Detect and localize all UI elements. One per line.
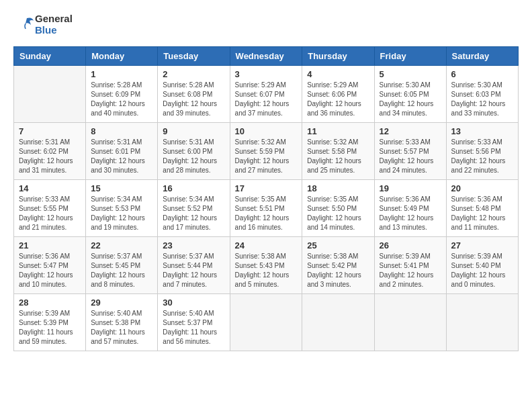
day-number: 15 [91,183,152,193]
day-info: Sunrise: 5:31 AM Sunset: 6:02 PM Dayligh… [19,138,81,175]
calendar-cell: 1Sunrise: 5:28 AM Sunset: 6:09 PM Daylig… [86,66,158,123]
day-number: 1 [91,69,152,79]
day-number: 19 [380,183,441,193]
day-info: Sunrise: 5:29 AM Sunset: 6:06 PM Dayligh… [307,81,369,118]
day-info: Sunrise: 5:38 AM Sunset: 5:43 PM Dayligh… [235,252,298,289]
calendar-cell: 24Sunrise: 5:38 AM Sunset: 5:43 PM Dayli… [230,237,302,294]
day-number: 13 [451,126,513,136]
calendar-cell: 2Sunrise: 5:28 AM Sunset: 6:08 PM Daylig… [158,66,230,123]
day-info: Sunrise: 5:30 AM Sunset: 6:05 PM Dayligh… [380,81,441,118]
calendar-cell: 17Sunrise: 5:35 AM Sunset: 5:51 PM Dayli… [230,180,302,237]
day-of-week-header: Saturday [446,47,518,66]
day-number: 3 [235,69,298,79]
calendar-cell: 20Sunrise: 5:36 AM Sunset: 5:48 PM Dayli… [446,180,518,237]
calendar-table: SundayMondayTuesdayWednesdayThursdayFrid… [13,46,519,351]
calendar-header-row: SundayMondayTuesdayWednesdayThursdayFrid… [14,47,519,66]
day-info: Sunrise: 5:37 AM Sunset: 5:44 PM Dayligh… [163,252,224,289]
logo-line2: Blue [35,25,73,36]
day-info: Sunrise: 5:33 AM Sunset: 5:57 PM Dayligh… [380,138,441,175]
day-info: Sunrise: 5:40 AM Sunset: 5:38 PM Dayligh… [91,309,152,347]
day-info: Sunrise: 5:33 AM Sunset: 5:55 PM Dayligh… [19,195,81,232]
calendar-cell: 26Sunrise: 5:39 AM Sunset: 5:41 PM Dayli… [374,237,446,294]
day-number: 21 [19,240,81,250]
day-number: 27 [451,240,513,250]
logo-text: General Blue [13,13,73,36]
day-info: Sunrise: 5:39 AM Sunset: 5:39 PM Dayligh… [19,309,81,347]
day-number: 7 [19,126,81,136]
calendar-cell [14,66,86,123]
calendar-cell: 21Sunrise: 5:36 AM Sunset: 5:47 PM Dayli… [14,237,86,294]
page-header: General Blue [13,13,519,36]
day-number: 8 [91,126,152,136]
calendar-cell: 22Sunrise: 5:37 AM Sunset: 5:45 PM Dayli… [86,237,158,294]
day-info: Sunrise: 5:28 AM Sunset: 6:09 PM Dayligh… [91,81,152,118]
day-info: Sunrise: 5:37 AM Sunset: 5:45 PM Dayligh… [91,252,152,289]
day-info: Sunrise: 5:34 AM Sunset: 5:52 PM Dayligh… [163,195,224,232]
day-of-week-header: Monday [86,47,158,66]
calendar-week-row: 7Sunrise: 5:31 AM Sunset: 6:02 PM Daylig… [14,123,519,180]
day-info: Sunrise: 5:38 AM Sunset: 5:42 PM Dayligh… [307,252,369,289]
day-number: 4 [307,69,369,79]
logo-bird-icon [13,14,35,36]
day-info: Sunrise: 5:31 AM Sunset: 6:00 PM Dayligh… [163,138,224,175]
day-number: 18 [307,183,369,193]
calendar-cell: 27Sunrise: 5:39 AM Sunset: 5:40 PM Dayli… [446,237,518,294]
day-of-week-header: Tuesday [158,47,230,66]
calendar-cell: 28Sunrise: 5:39 AM Sunset: 5:39 PM Dayli… [14,294,86,351]
calendar-cell: 10Sunrise: 5:32 AM Sunset: 5:59 PM Dayli… [230,123,302,180]
calendar-cell: 12Sunrise: 5:33 AM Sunset: 5:57 PM Dayli… [374,123,446,180]
day-number: 30 [163,298,224,308]
day-number: 6 [451,69,513,79]
calendar-week-row: 14Sunrise: 5:33 AM Sunset: 5:55 PM Dayli… [14,180,519,237]
calendar-cell [302,294,374,351]
day-info: Sunrise: 5:32 AM Sunset: 5:58 PM Dayligh… [307,138,369,175]
calendar-cell: 23Sunrise: 5:37 AM Sunset: 5:44 PM Dayli… [158,237,230,294]
day-info: Sunrise: 5:30 AM Sunset: 6:03 PM Dayligh… [451,81,513,118]
day-number: 17 [235,183,298,193]
day-info: Sunrise: 5:33 AM Sunset: 5:56 PM Dayligh… [451,138,513,175]
day-info: Sunrise: 5:36 AM Sunset: 5:49 PM Dayligh… [380,195,441,232]
day-info: Sunrise: 5:39 AM Sunset: 5:41 PM Dayligh… [380,252,441,289]
day-info: Sunrise: 5:29 AM Sunset: 6:07 PM Dayligh… [235,81,298,118]
day-of-week-header: Friday [374,47,446,66]
day-number: 10 [235,126,298,136]
day-info: Sunrise: 5:35 AM Sunset: 5:50 PM Dayligh… [307,195,369,232]
day-info: Sunrise: 5:36 AM Sunset: 5:47 PM Dayligh… [19,252,81,289]
calendar-cell: 8Sunrise: 5:31 AM Sunset: 6:01 PM Daylig… [86,123,158,180]
calendar-cell: 11Sunrise: 5:32 AM Sunset: 5:58 PM Dayli… [302,123,374,180]
logo-line1: General [35,13,73,25]
calendar-cell: 29Sunrise: 5:40 AM Sunset: 5:38 PM Dayli… [86,294,158,351]
calendar-cell: 25Sunrise: 5:38 AM Sunset: 5:42 PM Dayli… [302,237,374,294]
day-info: Sunrise: 5:34 AM Sunset: 5:53 PM Dayligh… [91,195,152,232]
calendar-cell: 18Sunrise: 5:35 AM Sunset: 5:50 PM Dayli… [302,180,374,237]
calendar-week-row: 28Sunrise: 5:39 AM Sunset: 5:39 PM Dayli… [14,294,519,351]
day-number: 20 [451,183,513,193]
calendar-cell: 5Sunrise: 5:30 AM Sunset: 6:05 PM Daylig… [374,66,446,123]
day-number: 26 [380,240,441,250]
day-info: Sunrise: 5:36 AM Sunset: 5:48 PM Dayligh… [451,195,513,232]
day-number: 5 [380,69,441,79]
day-number: 16 [163,183,224,193]
day-info: Sunrise: 5:39 AM Sunset: 5:40 PM Dayligh… [451,252,513,289]
calendar-cell: 9Sunrise: 5:31 AM Sunset: 6:00 PM Daylig… [158,123,230,180]
logo: General Blue [13,13,73,36]
calendar-cell: 19Sunrise: 5:36 AM Sunset: 5:49 PM Dayli… [374,180,446,237]
day-number: 29 [91,298,152,308]
day-number: 9 [163,126,224,136]
calendar-cell: 15Sunrise: 5:34 AM Sunset: 5:53 PM Dayli… [86,180,158,237]
day-number: 12 [380,126,441,136]
day-of-week-header: Thursday [302,47,374,66]
day-info: Sunrise: 5:31 AM Sunset: 6:01 PM Dayligh… [91,138,152,175]
calendar-cell: 4Sunrise: 5:29 AM Sunset: 6:06 PM Daylig… [302,66,374,123]
day-info: Sunrise: 5:28 AM Sunset: 6:08 PM Dayligh… [163,81,224,118]
day-number: 2 [163,69,224,79]
calendar-cell [374,294,446,351]
day-number: 23 [163,240,224,250]
calendar-cell: 30Sunrise: 5:40 AM Sunset: 5:37 PM Dayli… [158,294,230,351]
day-number: 25 [307,240,369,250]
day-info: Sunrise: 5:35 AM Sunset: 5:51 PM Dayligh… [235,195,298,232]
calendar-cell [446,294,518,351]
day-number: 22 [91,240,152,250]
calendar-cell: 7Sunrise: 5:31 AM Sunset: 6:02 PM Daylig… [14,123,86,180]
day-info: Sunrise: 5:40 AM Sunset: 5:37 PM Dayligh… [163,309,224,347]
